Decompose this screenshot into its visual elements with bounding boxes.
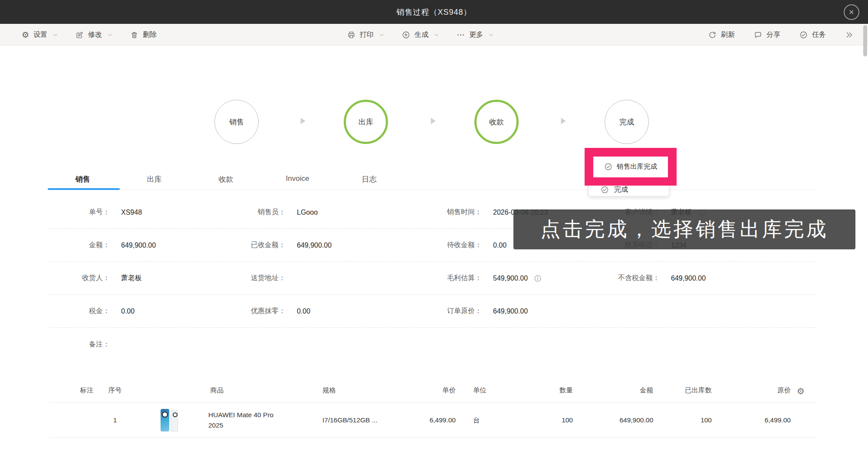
printer-icon	[347, 31, 355, 39]
quantity: 100	[521, 403, 573, 437]
delete-button[interactable]: 删除	[130, 30, 157, 39]
tax-excluded-label: 不含税金额：	[577, 274, 660, 283]
generate-button[interactable]: 生成	[402, 30, 439, 39]
process-step-payment[interactable]: 收款	[474, 100, 519, 144]
chevron-down-icon	[434, 32, 439, 38]
col-header-shipped[interactable]: 已出库数	[660, 383, 712, 397]
tab-sales[interactable]: 销售	[47, 174, 118, 189]
settings-label: 设置	[33, 30, 47, 39]
consignee-label: 收货人：	[49, 274, 110, 283]
tab-invoice[interactable]: Invoice	[262, 174, 333, 189]
flow-arrow-icon	[297, 115, 308, 127]
process-step-label: 出库	[358, 117, 373, 127]
product-image[interactable]	[160, 403, 181, 437]
col-header-price[interactable]: 单价	[404, 383, 456, 397]
vertical-scrollbar-thumb[interactable]	[863, 25, 867, 56]
settings-button[interactable]: ⚙ 设置	[22, 30, 58, 39]
double-chevron-right-icon	[845, 31, 853, 39]
chevron-down-icon	[379, 32, 385, 38]
col-header-original-price[interactable]: 原价	[733, 383, 791, 397]
original-price: 6,499.00	[733, 403, 791, 437]
toolbar: ⚙ 设置 修改 删除 打印 生成	[0, 24, 868, 46]
toolbar-right-group: 刷新 分享 任务	[708, 24, 853, 46]
table-row-divider	[49, 437, 816, 438]
original-order-price-value: 649,900.00	[482, 307, 577, 315]
tab-outbound[interactable]: 出库	[118, 174, 190, 189]
pending-amount-label: 待收金额：	[399, 241, 482, 250]
active-tab-indicator	[48, 188, 120, 190]
modify-label: 修改	[88, 30, 102, 39]
check-circle-icon	[604, 163, 612, 171]
gross-profit-value: 549,900.00	[482, 274, 577, 282]
menu-item-label: 完成	[614, 185, 628, 194]
modify-button[interactable]: 修改	[76, 30, 113, 39]
check-circle-icon	[799, 31, 808, 39]
remark-row: 备注：	[49, 328, 816, 361]
row-index: 1	[102, 403, 128, 437]
window-title: 销售过程（XS948）	[396, 7, 471, 17]
share-button[interactable]: 分享	[754, 30, 780, 39]
print-label: 打印	[360, 30, 374, 39]
titlebar: 销售过程（XS948）	[0, 0, 868, 24]
order-no-value: XS948	[110, 209, 208, 216]
remark-label: 备注：	[49, 340, 110, 349]
edit-icon	[76, 31, 84, 39]
order-no-label: 单号：	[49, 208, 110, 217]
generate-label: 生成	[414, 30, 428, 39]
col-header-index[interactable]: 序号	[102, 383, 128, 397]
more-label: 更多	[469, 30, 483, 39]
task-label: 任务	[812, 30, 826, 39]
close-button[interactable]	[844, 4, 859, 20]
tax-label: 税金：	[49, 307, 110, 316]
col-header-spec[interactable]: 规格	[322, 383, 414, 397]
received-amount-label: 已收金额：	[208, 241, 286, 250]
col-header-qty[interactable]: 数量	[521, 383, 573, 397]
refresh-button[interactable]: 刷新	[708, 30, 735, 39]
process-step-label: 收款	[489, 117, 504, 127]
menu-item-sales-outbound-complete[interactable]: 销售出库完成	[593, 157, 668, 177]
discount-value: 0.00	[286, 307, 399, 315]
highlight-annotation: 销售出库完成	[585, 148, 677, 186]
tab-log[interactable]: 日志	[333, 174, 405, 189]
gross-profit-label: 毛利估算：	[399, 274, 482, 283]
delete-label: 删除	[143, 30, 157, 39]
check-circle-icon	[601, 186, 609, 194]
shipped-qty: 100	[660, 403, 712, 437]
toolbar-overflow-button[interactable]	[845, 31, 853, 39]
share-label: 分享	[766, 30, 780, 39]
more-button[interactable]: 更多	[457, 30, 494, 39]
sales-time-label: 销售时间：	[399, 208, 482, 217]
col-header-amount[interactable]: 金额	[590, 383, 653, 397]
info-icon[interactable]	[534, 274, 542, 282]
flow-arrow-icon	[557, 115, 569, 127]
instruction-tooltip: 点击完成，选择销售出库完成	[513, 209, 855, 249]
chat-bubble-icon	[754, 31, 762, 39]
amount-value: 649,900.00	[110, 242, 208, 249]
unit: 台	[473, 403, 503, 437]
product-name[interactable]: HUAWEI Mate 40 Pro 2025	[208, 403, 284, 437]
field-row: 税金： 0.00 优惠抹零： 0.00 订单原价： 649,900.00	[49, 295, 816, 328]
process-step-sales[interactable]: 销售	[214, 100, 259, 144]
close-icon	[848, 9, 855, 16]
phone-thumbnail	[160, 408, 180, 433]
field-row: 收货人： 萧老板 送货地址： 毛利估算： 549,900.00 不含税金额： 6…	[49, 262, 816, 295]
col-header-mark[interactable]: 标注	[72, 383, 102, 397]
process-step-label: 销售	[229, 117, 244, 127]
toolbar-left-group: ⚙ 设置 修改 删除	[22, 24, 157, 46]
tab-payment[interactable]: 收款	[190, 174, 262, 189]
col-header-unit[interactable]: 单位	[473, 383, 503, 397]
discount-label: 优惠抹零：	[208, 307, 286, 316]
process-step-outbound[interactable]: 出库	[344, 100, 388, 144]
table-header-divider	[49, 402, 816, 403]
task-button[interactable]: 任务	[799, 30, 826, 39]
process-step-complete[interactable]: 完成	[605, 100, 649, 144]
print-button[interactable]: 打印	[347, 30, 385, 39]
refresh-label: 刷新	[721, 30, 735, 39]
col-header-product[interactable]: 商品	[197, 383, 237, 397]
received-amount-value: 649,900.00	[286, 242, 399, 249]
table-settings-gear-icon[interactable]: ⚙	[797, 386, 805, 396]
sales-process-window: 销售过程（XS948） ⚙ 设置 修改 删除	[0, 0, 868, 464]
delivery-address-label: 送货地址：	[208, 274, 286, 283]
amount: 649,900.00	[590, 403, 653, 437]
salesperson-value: LGooo	[286, 209, 399, 216]
